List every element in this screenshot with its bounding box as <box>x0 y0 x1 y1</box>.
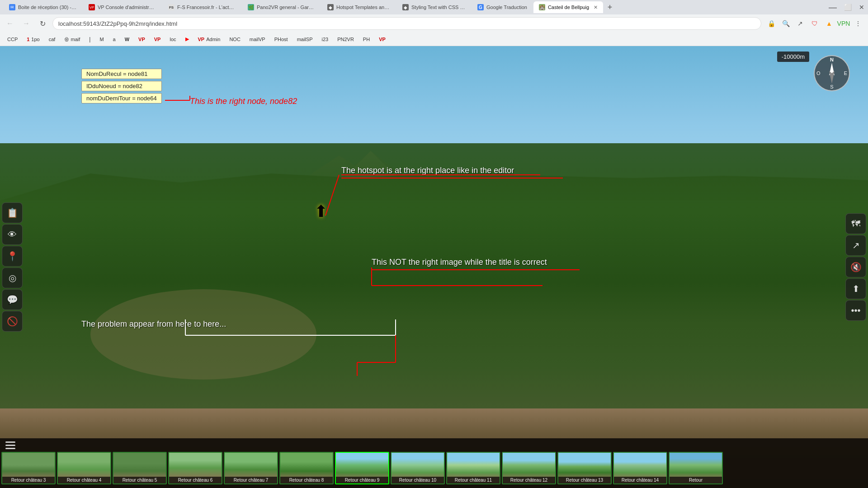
vpn-icon[interactable]: VPN <box>837 17 850 30</box>
thumbnail-3-label: Retour château 5 <box>113 477 166 483</box>
thumbnail-7[interactable]: Retour château 9 <box>335 452 389 484</box>
thumbnail-4[interactable]: Retour château 6 <box>168 452 222 484</box>
rewards-icon[interactable]: ▲ <box>823 17 835 30</box>
sidebar-target-icon[interactable]: ◎ <box>2 267 23 288</box>
info-box-demitour: nomDuDemiTour = node64 <box>81 93 162 103</box>
window-restore[interactable]: ⬜ <box>844 4 852 11</box>
sidebar-more-icon[interactable]: ••• <box>845 300 866 321</box>
back-button[interactable]: ← <box>4 17 16 30</box>
bookmark-caf[interactable]: caf <box>45 36 59 43</box>
thumbnail-10-label: Retour château 12 <box>503 477 555 483</box>
thumbnail-6-label: Retour château 8 <box>280 477 333 483</box>
thumbnail-11[interactable]: Retour château 13 <box>557 452 612 484</box>
sidebar-eye-icon[interactable]: 👁 <box>2 224 23 245</box>
compass-north: N <box>830 57 834 62</box>
tab-styling[interactable]: ◆ Styling Text with CSS and Local... <box>397 1 471 13</box>
bottom-controls <box>0 438 868 452</box>
share-page-icon[interactable]: ↗ <box>794 17 807 30</box>
tab-hotspot-favicon: ◆ <box>327 4 334 10</box>
thumbnail-12-label: Retour château 14 <box>614 477 666 483</box>
more-menu[interactable]: ⋮ <box>852 17 864 30</box>
bookmark-ph[interactable]: PH <box>359 36 373 43</box>
window-minimize[interactable]: — <box>829 3 837 12</box>
bookmark-vp2[interactable]: VP <box>151 36 165 43</box>
tab-bar: ✉ Boite de réception (30) - mon... VP VP… <box>0 0 868 14</box>
tab-pano2vr[interactable]: 🌿 Pano2VR general - Garden Gno... <box>242 1 321 13</box>
bookmarks-bar: CCP 11po caf 🏵 maif | M a W VP VP loc ▶ … <box>0 33 868 46</box>
extensions-icon[interactable]: 🔒 <box>765 17 778 30</box>
bookmark-1po[interactable]: 11po <box>23 36 43 43</box>
thumbnail-11-label: Retour château 13 <box>558 477 611 483</box>
sidebar-upload-icon[interactable]: ⬆ <box>845 278 866 299</box>
info-box-recul: NomDuRecul = node81 <box>81 69 162 79</box>
sidebar-share-icon[interactable]: ↗ <box>845 235 866 256</box>
tab-casteil-close[interactable]: ✕ <box>594 5 598 10</box>
thumbnail-2[interactable]: Retour château 4 <box>57 452 111 484</box>
sidebar-forbidden-icon[interactable]: 🚫 <box>2 311 23 332</box>
bookmark-amazon[interactable]: a <box>109 36 119 43</box>
thumbnail-8[interactable]: Retour château 10 <box>391 452 445 484</box>
bookmark-mailvp[interactable]: mailVP <box>246 36 269 43</box>
thumbnail-9[interactable]: Retour château 11 <box>446 452 500 484</box>
compass: N S E O <box>814 55 850 91</box>
left-sidebar: 📋 👁 📍 ◎ 💬 🚫 <box>0 201 24 333</box>
bookmark-yt[interactable]: ▶ <box>182 35 193 43</box>
address-bar: ← → ↻ localhost:59143/ZtZ2pPpq-9h2mrq/in… <box>0 14 868 33</box>
tab-google-translate[interactable]: G Google Traduction <box>472 1 533 13</box>
thumbnail-3[interactable]: Retour château 5 <box>113 452 167 484</box>
reload-button[interactable]: ↻ <box>36 17 49 30</box>
distance-badge: -10000m <box>777 52 809 62</box>
bookmark-phost[interactable]: PHost <box>271 36 292 43</box>
tab-fs[interactable]: FS F-S Francesoir.fr - L'actualité polit… <box>163 1 241 13</box>
hotspot-icon[interactable]: ⬆ <box>314 202 328 221</box>
compass-arrow-svg <box>823 62 841 84</box>
compass-east: E <box>844 70 847 76</box>
panorama-container[interactable]: NomDuRecul = node81 IDduNoeud = node82 n… <box>0 46 868 488</box>
right-sidebar: 🗺 ↗ 🔇 ⬆ ••• <box>844 211 868 323</box>
bookmark-noc[interactable]: NOC <box>226 36 244 43</box>
bookmark-i23[interactable]: i23 <box>318 36 332 43</box>
tab-vp-console[interactable]: VP VP Console d'administration - Visi... <box>83 1 162 13</box>
thumbnail-2-label: Retour château 4 <box>58 477 110 483</box>
bookmark-pn2vr[interactable]: PN2VR <box>334 36 358 43</box>
tab-casteil-favicon: 🏰 <box>539 4 545 10</box>
thumbnail-5[interactable]: Retour château 7 <box>224 452 278 484</box>
thumbnail-13[interactable]: Retour <box>669 452 723 484</box>
bookmark-loc[interactable]: loc <box>166 36 179 43</box>
bookmark-vp-end[interactable]: VP <box>375 36 389 43</box>
tab-hotspot[interactable]: ◆ Hotspot Templates and iFrame:... <box>322 1 396 13</box>
bookmark-gmail[interactable]: M <box>96 36 107 43</box>
new-tab-button[interactable]: + <box>604 1 616 13</box>
bookmark-mail[interactable]: 🏵 maif <box>61 36 84 43</box>
forward-button[interactable]: → <box>20 17 33 30</box>
hamburger-line-1 <box>5 441 15 443</box>
bookmark-vp-admin[interactable]: VP Admin <box>194 36 224 43</box>
thumbnail-8-label: Retour château 10 <box>392 477 444 483</box>
sidebar-map-icon[interactable]: 🗺 <box>845 213 866 234</box>
toolbar-icons: 🔒 🔍 ↗ 🛡 ▲ VPN ⋮ <box>765 17 864 30</box>
hamburger-menu[interactable] <box>4 440 17 451</box>
compass-west: O <box>816 70 821 76</box>
window-close[interactable]: ✕ <box>859 4 864 11</box>
thumbnail-12[interactable]: Retour château 14 <box>613 452 667 484</box>
bookmark-mailsp[interactable]: mailSP <box>293 36 316 43</box>
brave-shield[interactable]: 🛡 <box>808 17 821 30</box>
bookmark-wiki[interactable]: W <box>121 36 133 43</box>
sidebar-doc-icon[interactable]: 📋 <box>2 202 23 223</box>
sidebar-volume-icon[interactable]: 🔇 <box>845 257 866 277</box>
sidebar-chat-icon[interactable]: 💬 <box>2 289 23 310</box>
tab-email[interactable]: ✉ Boite de réception (30) - mon... <box>4 1 82 13</box>
tab-casteil[interactable]: 🏰 Casteil de Bellpuig ✕ <box>533 1 603 13</box>
bookmark-ccp[interactable]: CCP <box>4 36 21 43</box>
thumbnail-1-label: Retour château 3 <box>2 477 55 483</box>
thumbnail-6[interactable]: Retour château 8 <box>279 452 334 484</box>
sidebar-pin-icon[interactable]: 📍 <box>2 246 23 267</box>
tab-email-favicon: ✉ <box>9 4 15 10</box>
thumbnail-1[interactable]: Retour château 3 <box>1 452 56 484</box>
window-controls: — ⬜ ✕ <box>829 3 864 12</box>
bookmark-vp1[interactable]: VP <box>135 36 149 43</box>
zoom-icon[interactable]: 🔍 <box>779 17 792 30</box>
tab-styling-favicon: ◆ <box>402 4 409 10</box>
url-input[interactable]: localhost:59143/ZtZ2pPpq-9h2mrq/index.ht… <box>52 17 761 30</box>
thumbnail-10[interactable]: Retour château 12 <box>502 452 556 484</box>
